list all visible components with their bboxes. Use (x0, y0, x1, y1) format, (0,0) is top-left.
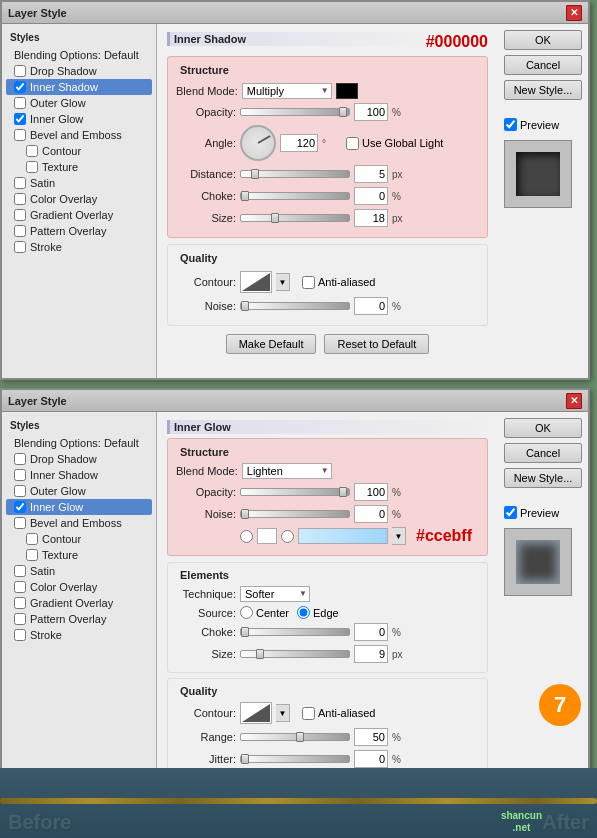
technique-select[interactable]: Softer Precise (240, 586, 310, 602)
sidebar-item-blending-options-2[interactable]: Blending Options: Default (6, 435, 152, 451)
jitter-input[interactable] (354, 750, 388, 768)
size-input-2[interactable] (354, 645, 388, 663)
inner-shadow-checkbox-2[interactable] (14, 469, 26, 481)
choke-thumb-1[interactable] (241, 191, 249, 201)
blend-mode-select[interactable]: Multiply Normal Screen Overlay (242, 83, 332, 99)
inner-shadow-checkbox[interactable] (14, 81, 26, 93)
anti-aliased-checkbox-1[interactable] (302, 276, 315, 289)
preview-checkbox-1[interactable] (504, 118, 517, 131)
texture-checkbox-2[interactable] (26, 549, 38, 561)
opacity-slider-1[interactable] (240, 108, 350, 116)
angle-input[interactable] (280, 134, 318, 152)
sidebar-item-gradient-overlay-2[interactable]: Gradient Overlay (6, 595, 152, 611)
texture-checkbox[interactable] (26, 161, 38, 173)
inner-glow-checkbox-2[interactable] (14, 501, 26, 513)
contour-checkbox-2[interactable] (26, 533, 38, 545)
jitter-thumb[interactable] (241, 754, 249, 764)
sidebar-item-pattern-overlay-2[interactable]: Pattern Overlay (6, 611, 152, 627)
drop-shadow-checkbox[interactable] (14, 65, 26, 77)
solid-color-swatch[interactable] (257, 528, 277, 544)
close-button-1[interactable]: ✕ (566, 5, 582, 21)
sidebar-item-outer-glow-2[interactable]: Outer Glow (6, 483, 152, 499)
outer-glow-checkbox[interactable] (14, 97, 26, 109)
sidebar-item-inner-shadow-2[interactable]: Inner Shadow (6, 467, 152, 483)
pattern-overlay-checkbox[interactable] (14, 225, 26, 237)
bevel-emboss-checkbox-2[interactable] (14, 517, 26, 529)
size-slider-2[interactable] (240, 650, 350, 658)
angle-dial[interactable] (240, 125, 276, 161)
jitter-slider[interactable] (240, 755, 350, 763)
preview-checkbox-2[interactable] (504, 506, 517, 519)
close-button-2[interactable]: ✕ (566, 393, 582, 409)
noise-thumb-1[interactable] (241, 301, 249, 311)
sidebar-item-outer-glow[interactable]: Outer Glow (6, 95, 152, 111)
reset-to-default-button-1[interactable]: Reset to Default (324, 334, 429, 354)
anti-aliased-checkbox-2[interactable] (302, 707, 315, 720)
source-center-option[interactable]: Center (240, 606, 289, 619)
new-style-button-1[interactable]: New Style... (504, 80, 582, 100)
noise-slider-2[interactable] (240, 510, 350, 518)
contour-dropdown-btn-1[interactable]: ▼ (276, 273, 290, 291)
sidebar-item-satin[interactable]: Satin (6, 175, 152, 191)
drop-shadow-checkbox-2[interactable] (14, 453, 26, 465)
pattern-overlay-checkbox-2[interactable] (14, 613, 26, 625)
sidebar-item-bevel-emboss-2[interactable]: Bevel and Emboss (6, 515, 152, 531)
contour-preview-2[interactable] (240, 702, 272, 724)
noise-input-1[interactable] (354, 297, 388, 315)
size-slider-1[interactable] (240, 214, 350, 222)
bevel-emboss-checkbox[interactable] (14, 129, 26, 141)
sidebar-item-texture[interactable]: Texture (6, 159, 152, 175)
choke-slider-2[interactable] (240, 628, 350, 636)
satin-checkbox-2[interactable] (14, 565, 26, 577)
size-input-1[interactable] (354, 209, 388, 227)
source-edge-option[interactable]: Edge (297, 606, 339, 619)
choke-input-2[interactable] (354, 623, 388, 641)
sidebar-item-satin-2[interactable]: Satin (6, 563, 152, 579)
gradient-dropdown-btn[interactable]: ▼ (392, 527, 406, 545)
sidebar-item-contour-2[interactable]: Contour (6, 531, 152, 547)
cancel-button-1[interactable]: Cancel (504, 55, 582, 75)
cancel-button-2[interactable]: Cancel (504, 443, 582, 463)
blend-color-swatch-1[interactable] (336, 83, 358, 99)
stroke-checkbox[interactable] (14, 241, 26, 253)
satin-checkbox[interactable] (14, 177, 26, 189)
opacity-thumb-2[interactable] (339, 487, 347, 497)
sidebar-item-blending-options[interactable]: Blending Options: Default (6, 47, 152, 63)
choke-slider-1[interactable] (240, 192, 350, 200)
source-edge-radio[interactable] (297, 606, 310, 619)
range-slider[interactable] (240, 733, 350, 741)
size-thumb-1[interactable] (271, 213, 279, 223)
choke-input-1[interactable] (354, 187, 388, 205)
sidebar-item-texture-2[interactable]: Texture (6, 547, 152, 563)
inner-glow-checkbox[interactable] (14, 113, 26, 125)
size-thumb-2[interactable] (256, 649, 264, 659)
gradient-overlay-checkbox-2[interactable] (14, 597, 26, 609)
choke-thumb-2[interactable] (241, 627, 249, 637)
outer-glow-checkbox-2[interactable] (14, 485, 26, 497)
color-overlay-checkbox-2[interactable] (14, 581, 26, 593)
sidebar-item-bevel-emboss[interactable]: Bevel and Emboss (6, 127, 152, 143)
opacity-input-2[interactable] (354, 483, 388, 501)
sidebar-item-drop-shadow-2[interactable]: Drop Shadow (6, 451, 152, 467)
ok-button-2[interactable]: OK (504, 418, 582, 438)
gradient-radio[interactable] (281, 530, 294, 543)
sidebar-item-stroke-2[interactable]: Stroke (6, 627, 152, 643)
source-center-radio[interactable] (240, 606, 253, 619)
sidebar-item-pattern-overlay[interactable]: Pattern Overlay (6, 223, 152, 239)
distance-slider[interactable] (240, 170, 350, 178)
gradient-overlay-checkbox[interactable] (14, 209, 26, 221)
sidebar-item-stroke[interactable]: Stroke (6, 239, 152, 255)
sidebar-item-inner-shadow[interactable]: Inner Shadow (6, 79, 152, 95)
solid-color-radio[interactable] (240, 530, 253, 543)
sidebar-item-inner-glow-2[interactable]: Inner Glow (6, 499, 152, 515)
gradient-preview[interactable] (298, 528, 388, 544)
range-input[interactable] (354, 728, 388, 746)
stroke-checkbox-2[interactable] (14, 629, 26, 641)
sidebar-item-drop-shadow[interactable]: Drop Shadow (6, 63, 152, 79)
noise-input-2[interactable] (354, 505, 388, 523)
make-default-button-1[interactable]: Make Default (226, 334, 317, 354)
noise-thumb-2[interactable] (241, 509, 249, 519)
contour-preview-1[interactable] (240, 271, 272, 293)
sidebar-item-color-overlay[interactable]: Color Overlay (6, 191, 152, 207)
sidebar-item-contour[interactable]: Contour (6, 143, 152, 159)
